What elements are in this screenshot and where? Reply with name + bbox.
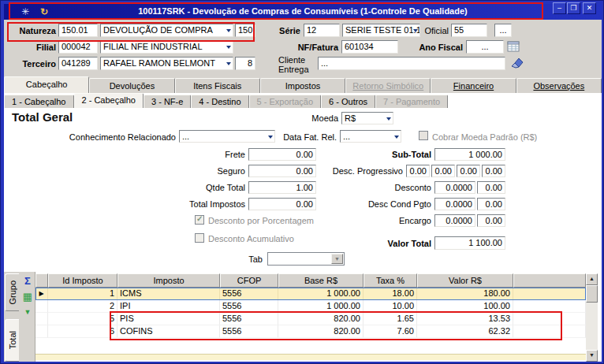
page-title: Total Geral bbox=[12, 110, 73, 124]
natureza-code-field[interactable]: 150.01 bbox=[58, 24, 98, 37]
tab-devolucoes[interactable]: Devoluções bbox=[89, 78, 174, 93]
tab-financeiro[interactable]: Financeiro bbox=[431, 78, 516, 93]
table-row-cofins[interactable]: 6 COFINS 5556 820.00 7.60 62.32 bbox=[35, 325, 586, 338]
scroll-up-icon[interactable]: ▲ bbox=[586, 273, 598, 285]
minimize-button[interactable]: – bbox=[553, 2, 566, 14]
serie-code-field[interactable]: 12 bbox=[304, 24, 340, 37]
table-row-ipi[interactable]: 2 IPI 5556 1 000.00 10.00 100.00 bbox=[35, 300, 586, 313]
tab-itens-fiscais[interactable]: Itens Fiscais bbox=[175, 78, 260, 93]
sub-tab-bar: 1 - Cabeçalho 2 - Cabeçalho 3 - NF-e 4 -… bbox=[4, 93, 602, 108]
sum-icon[interactable]: Σ bbox=[21, 275, 34, 288]
terceiro-label: Terceiro bbox=[6, 59, 56, 69]
dropdown-arrow-icon[interactable] bbox=[226, 46, 231, 49]
desc-cond-val-field[interactable]: 0.00 bbox=[477, 198, 505, 210]
desconto-pct-field[interactable]: 0.0000 bbox=[434, 181, 475, 194]
terceiro-code-field[interactable]: 041289 bbox=[58, 57, 98, 70]
nf-fatura-field[interactable]: 601034 bbox=[341, 40, 398, 54]
spreadsheet-icon[interactable] bbox=[507, 40, 520, 56]
filial-label: Filial bbox=[6, 43, 56, 52]
total-impostos-field[interactable]: 0.00 bbox=[248, 198, 316, 210]
scrollbar-thumb[interactable] bbox=[586, 285, 598, 303]
cell-valor: 13.53 bbox=[417, 313, 513, 325]
tab-field-label: Tab bbox=[229, 254, 263, 264]
frete-field[interactable]: 0.00 bbox=[248, 148, 316, 161]
serie-desc-field[interactable]: SERIE TESTE 01.1 bbox=[342, 24, 420, 37]
qtde-total-field[interactable]: 1.00 bbox=[248, 181, 316, 194]
table-icon[interactable]: ▦ bbox=[21, 291, 34, 303]
dropdown-button-icon[interactable]: ▼ bbox=[331, 254, 343, 264]
cell-valor: 100.00 bbox=[417, 300, 513, 313]
cobrar-moeda-checkbox[interactable] bbox=[419, 131, 428, 140]
ano-fiscal-label: Ano Fiscal bbox=[411, 43, 463, 52]
valor-total-label: Valor Total bbox=[332, 239, 431, 248]
subtab-6-outros[interactable]: 6 - Outros bbox=[321, 95, 375, 108]
cell-imposto: ICMS bbox=[117, 288, 220, 300]
desc-progressivo-field-4[interactable]: 0.00 bbox=[482, 165, 505, 177]
natureza-desc-field[interactable]: DEVOLUÇÃO DE COMPRA bbox=[100, 24, 233, 37]
cell-valor: 180.00 bbox=[417, 288, 513, 300]
filial-desc-field[interactable]: FILIAL NFE INDUSTRIAL bbox=[100, 40, 233, 54]
scroll-down-icon[interactable]: ▼ bbox=[586, 350, 598, 362]
window-title: 100117SRK - Devolução de Compras de Cons… bbox=[59, 6, 546, 16]
cliente-entrega-field[interactable]: ... bbox=[318, 57, 505, 70]
tab-cabecalho[interactable]: Cabeçalho bbox=[4, 76, 89, 93]
dropdown-arrow-icon[interactable] bbox=[226, 62, 231, 65]
subtab-4-destino[interactable]: 4 - Destino bbox=[191, 95, 248, 108]
sort-desc-icon[interactable]: ▼ bbox=[21, 308, 34, 321]
eraser-icon[interactable] bbox=[510, 56, 524, 72]
subtab-2-cabecalho[interactable]: 2 - Cabeçalho bbox=[74, 93, 144, 108]
side-tab-grupo[interactable]: Grupo bbox=[5, 273, 19, 311]
natureza-cfop-field[interactable]: 150 bbox=[235, 24, 255, 37]
tab-observacoes[interactable]: Observações bbox=[516, 78, 602, 93]
dropdown-arrow-icon[interactable] bbox=[394, 136, 399, 139]
dropdown-arrow-icon[interactable] bbox=[413, 29, 418, 32]
serie-label: Série bbox=[269, 26, 300, 35]
cell-taxa: 7.60 bbox=[364, 325, 417, 338]
cell-base: 1 000.00 bbox=[278, 300, 364, 313]
titlebar[interactable]: ✳ ↻ 100117SRK - Devolução de Compras de … bbox=[4, 4, 602, 20]
moeda-field[interactable]: R$ bbox=[341, 112, 393, 124]
desconto-acumulativo-checkbox[interactable] bbox=[195, 233, 204, 243]
close-button[interactable]: ✕ bbox=[583, 2, 596, 14]
dropdown-arrow-icon[interactable] bbox=[386, 117, 391, 121]
desconto-val-field[interactable]: 0.00 bbox=[477, 181, 505, 194]
header-taxa[interactable]: Taxa % bbox=[364, 273, 417, 288]
terceiro-extra-field[interactable]: 8 bbox=[235, 57, 255, 70]
vertical-scrollbar[interactable]: ▲ ▼ bbox=[586, 273, 598, 362]
main-tab-bar: Cabeçalho Devoluções Itens Fiscais Impos… bbox=[4, 76, 602, 93]
dropdown-arrow-icon[interactable] bbox=[226, 29, 231, 32]
tab-impostos[interactable]: Impostos bbox=[260, 78, 345, 93]
ano-fiscal-field[interactable]: ... bbox=[466, 40, 504, 54]
encargo-pct-field[interactable]: 0.0000 bbox=[434, 214, 475, 227]
subtotal-field[interactable]: 1 000.00 bbox=[434, 148, 505, 161]
maximize-button[interactable]: ❐ bbox=[567, 2, 580, 14]
impostos-table: Id Imposto Imposto CFOP Base R$ Taxa % V… bbox=[35, 273, 586, 362]
header-imposto[interactable]: Imposto bbox=[117, 273, 220, 288]
desc-progressivo-field-3[interactable]: 0.00 bbox=[457, 165, 480, 177]
conhecimento-field[interactable]: ... bbox=[179, 130, 275, 143]
terceiro-desc-field[interactable]: RAFAEL RAMON BELMONT bbox=[100, 57, 233, 70]
tab-dropdown[interactable]: ▼ bbox=[267, 252, 345, 266]
encargo-val-field[interactable]: 0.00 bbox=[477, 214, 505, 227]
dropdown-arrow-icon[interactable] bbox=[268, 136, 273, 139]
subtab-1-cabecalho[interactable]: 1 - Cabeçalho bbox=[4, 95, 74, 108]
header-cfop[interactable]: CFOP bbox=[220, 273, 278, 288]
header-valor[interactable]: Valor R$ bbox=[417, 273, 513, 288]
desc-progressivo-field-2[interactable]: 0.00 bbox=[431, 165, 455, 177]
header-base[interactable]: Base R$ bbox=[278, 273, 364, 288]
header-id-imposto[interactable]: Id Imposto bbox=[48, 273, 117, 288]
filial-code-field[interactable]: 000042 bbox=[58, 40, 98, 54]
cell-taxa: 10.00 bbox=[364, 300, 417, 313]
oficial-field[interactable]: 55 bbox=[451, 24, 487, 37]
table-row-icms[interactable]: ▶ 1 ICMS 5556 1 000.00 18.00 180.00 bbox=[35, 288, 586, 300]
valor-total-field[interactable]: 1 100.00 bbox=[434, 236, 505, 250]
encargo-label: Encargo bbox=[332, 216, 431, 225]
data-fat-field[interactable]: ... bbox=[340, 130, 401, 143]
desc-progressivo-field-1[interactable]: 0.00 bbox=[406, 165, 430, 177]
side-tab-total[interactable]: Total bbox=[5, 319, 19, 362]
table-row-pis[interactable]: 5 PIS 5556 820.00 1.65 13.53 bbox=[35, 313, 586, 325]
desc-cond-pct-field[interactable]: 0.0000 bbox=[434, 198, 475, 210]
subtab-3-nfe[interactable]: 3 - NF-e bbox=[144, 95, 191, 108]
oficial-lookup-field[interactable]: ... bbox=[494, 24, 512, 37]
desconto-porcentagem-checkbox[interactable]: ✓ bbox=[195, 215, 204, 225]
